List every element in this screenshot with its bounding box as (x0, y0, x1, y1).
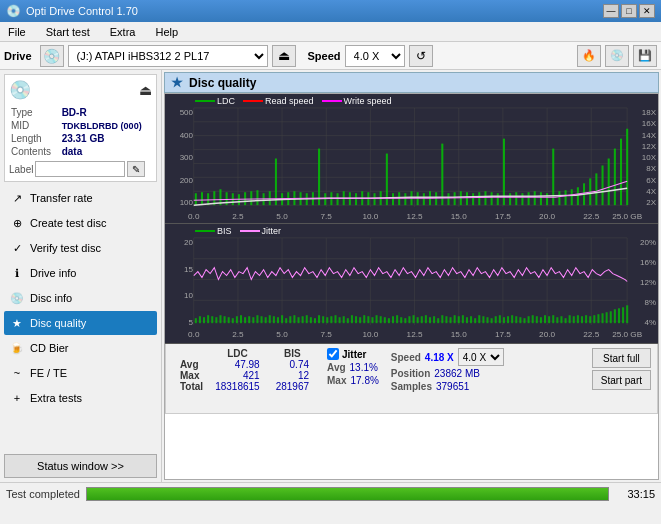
maximize-button[interactable]: □ (621, 4, 637, 18)
disc-info-icon: 💿 (10, 292, 24, 305)
svg-rect-215 (597, 314, 599, 323)
drive-select[interactable]: (J:) ATAPI iHBS312 2 PL17 (68, 45, 268, 67)
sidebar-item-cd-bier[interactable]: 🍺 CD Bier (4, 336, 157, 360)
eject-button[interactable]: ⏏ (272, 45, 296, 67)
disc-eject-icon[interactable]: ⏏ (139, 82, 152, 98)
menu-extra[interactable]: Extra (106, 25, 140, 39)
nav-label-fe-te: FE / TE (30, 367, 67, 379)
bis-legend-label: BIS (217, 226, 232, 236)
svg-rect-61 (454, 192, 456, 205)
sidebar-item-fe-te[interactable]: ~ FE / TE (4, 361, 157, 385)
svg-rect-180 (454, 315, 456, 323)
sidebar-item-drive-info[interactable]: ℹ Drive info (4, 261, 157, 285)
svg-rect-150 (330, 316, 332, 323)
sidebar-nav: ↗ Transfer rate ⊕ Create test disc ✓ Ver… (0, 184, 161, 412)
sidebar-item-verify-test-disc[interactable]: ✓ Verify test disc (4, 236, 157, 260)
speed-stat-select[interactable]: 4.0 X (458, 348, 504, 366)
svg-rect-77 (552, 149, 554, 206)
svg-rect-64 (472, 193, 474, 205)
position-label: Position (391, 368, 430, 379)
charts-wrapper: LDC Read speed Write speed 500 400 30 (164, 93, 659, 480)
close-button[interactable]: ✕ (639, 4, 655, 18)
drive-icon-btn[interactable]: 💿 (40, 45, 64, 67)
svg-rect-211 (581, 316, 583, 323)
jitter-checkbox[interactable] (327, 348, 339, 360)
svg-rect-169 (408, 316, 410, 323)
svg-rect-79 (565, 190, 567, 205)
svg-rect-19 (195, 193, 197, 205)
svg-rect-163 (384, 317, 386, 323)
svg-rect-39 (318, 149, 320, 206)
sidebar-item-transfer-rate[interactable]: ↗ Transfer rate (4, 186, 157, 210)
svg-rect-70 (509, 193, 511, 205)
svg-rect-161 (376, 315, 378, 323)
svg-rect-178 (445, 316, 447, 323)
svg-rect-154 (347, 318, 349, 323)
svg-rect-198 (528, 316, 530, 323)
title-bar-left: 💿 Opti Drive Control 1.70 (6, 4, 138, 18)
svg-rect-203 (548, 316, 550, 323)
status-window-button[interactable]: Status window >> (4, 454, 157, 478)
speed-select[interactable]: 4.0 X (345, 45, 405, 67)
lower-chart-svg: 0.0 2.5 5.0 7.5 10.0 12.5 15.0 17.5 20.0… (165, 224, 658, 343)
main-content: 💿 ⏏ Type BD-R MID TDKBLDRBD (000) Length… (0, 70, 661, 482)
svg-rect-208 (569, 315, 571, 323)
svg-rect-135 (269, 315, 271, 323)
chart-area: ★ Disc quality LDC Read speed (162, 70, 661, 482)
sidebar-item-extra-tests[interactable]: + Extra tests (4, 386, 157, 410)
sidebar-item-disc-info[interactable]: 💿 Disc info (4, 286, 157, 310)
time-display: 33:15 (615, 488, 655, 500)
disc-mid-value: TDKBLDRBD (000) (62, 120, 150, 131)
start-part-button[interactable]: Start part (592, 370, 651, 390)
svg-rect-142 (297, 317, 299, 323)
svg-rect-78 (558, 191, 560, 205)
drive-label: Drive (4, 50, 32, 62)
bis-legend: BIS (195, 226, 232, 236)
menu-start-test[interactable]: Start test (42, 25, 94, 39)
save-button[interactable]: 💾 (633, 45, 657, 67)
minimize-button[interactable]: — (603, 4, 619, 18)
jitter-max-row: Max 17.8% (327, 375, 379, 386)
svg-rect-67 (491, 192, 493, 205)
svg-text:5.0: 5.0 (276, 212, 288, 221)
svg-rect-29 (256, 190, 258, 205)
svg-rect-68 (497, 193, 499, 205)
disc-info-table: Type BD-R MID TDKBLDRBD (000) Length 23.… (9, 105, 152, 159)
chart-header: ★ Disc quality (164, 72, 659, 93)
sidebar-item-disc-quality[interactable]: ★ Disc quality (4, 311, 157, 335)
jitter-section: Jitter Avg 13.1% Max 17.8% (327, 348, 379, 386)
transfer-rate-icon: ↗ (10, 192, 24, 205)
svg-rect-196 (519, 317, 521, 323)
total-label: Total (172, 381, 207, 392)
length-label: Length (11, 133, 60, 144)
svg-rect-126 (232, 318, 234, 323)
disc-button[interactable]: 💿 (605, 45, 629, 67)
svg-text:12.5: 12.5 (407, 212, 423, 221)
nav-label-transfer-rate: Transfer rate (30, 192, 93, 204)
svg-rect-218 (610, 311, 612, 323)
svg-rect-122 (215, 317, 217, 323)
menu-file[interactable]: File (4, 25, 30, 39)
svg-text:22.5: 22.5 (583, 212, 599, 221)
svg-rect-65 (478, 192, 480, 205)
svg-rect-81 (577, 187, 579, 205)
refresh-button[interactable]: ↺ (409, 45, 433, 67)
svg-rect-127 (236, 316, 238, 323)
disc-label-edit-btn[interactable]: ✎ (127, 161, 145, 177)
disc-label-input[interactable] (35, 161, 125, 177)
ldc-legend-label: LDC (217, 96, 235, 106)
svg-text:7.5: 7.5 (321, 212, 333, 221)
svg-text:12.5: 12.5 (407, 330, 423, 339)
sidebar-item-create-test-disc[interactable]: ⊕ Create test disc (4, 211, 157, 235)
svg-rect-192 (503, 317, 505, 323)
start-full-button[interactable]: Start full (592, 348, 651, 368)
svg-rect-146 (314, 318, 316, 323)
svg-rect-144 (306, 315, 308, 323)
disc-panel: 💿 ⏏ Type BD-R MID TDKBLDRBD (000) Length… (4, 74, 157, 182)
svg-rect-219 (614, 309, 616, 323)
menu-help[interactable]: Help (151, 25, 182, 39)
read-speed-legend-label: Read speed (265, 96, 314, 106)
burn-button[interactable]: 🔥 (577, 45, 601, 67)
disc-type-value: BD-R (62, 107, 150, 118)
svg-rect-220 (618, 308, 620, 323)
